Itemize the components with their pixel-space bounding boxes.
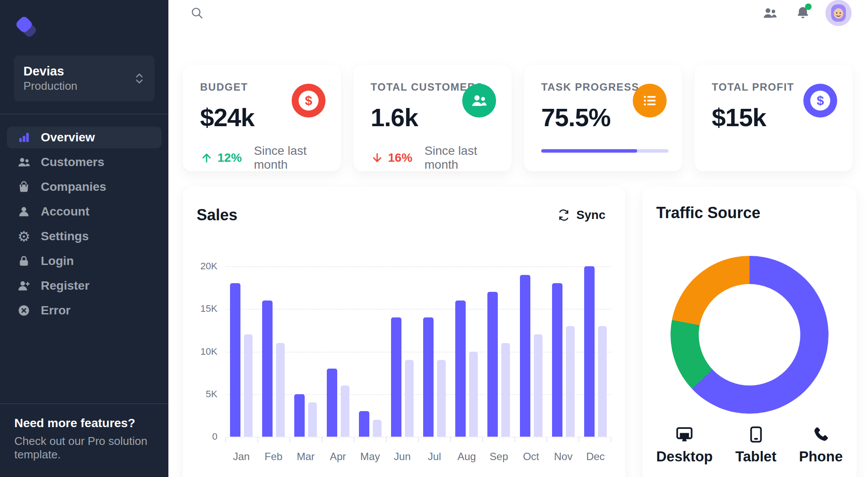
traffic-device-legend: DesktopTabletPhone: [656, 425, 843, 465]
x-axis-tick: [225, 437, 226, 442]
bar-oct-this-year: [520, 275, 530, 437]
notifications-button[interactable]: [792, 3, 813, 23]
x-axis-tick: [546, 437, 547, 442]
bar-jan-this-year: [230, 283, 240, 437]
gear-icon: ⚙: [16, 229, 31, 244]
bar-sep-last-year: [501, 343, 510, 437]
sidebar-item-label: Overview: [41, 131, 95, 144]
main-area: BUDGET$24k$12%Since last monthTOTAL CUST…: [168, 0, 868, 477]
dashboard-app: Devias Production OverviewCustomersCompa…: [0, 0, 868, 477]
sidebar-item-companies[interactable]: Companies: [7, 176, 161, 198]
topbar-actions: [760, 0, 852, 26]
contacts-button[interactable]: [760, 3, 780, 23]
workspace-name: Devias: [23, 63, 77, 79]
x-axis-label: Mar: [289, 451, 322, 463]
sidebar-item-label: Login: [41, 254, 74, 268]
trend-row: 12%Since last month: [200, 144, 327, 172]
stat-card-task-progress: TASK PROGRESS75.5%: [524, 65, 682, 171]
device-phone: Phone: [799, 425, 843, 465]
stats-row: BUDGET$24k$12%Since last monthTOTAL CUST…: [183, 65, 853, 171]
bar-group-mar: [289, 266, 322, 437]
bar-jul-this-year: [423, 317, 434, 437]
sidebar-item-customers[interactable]: Customers: [7, 151, 161, 173]
bar-mar-this-year: [294, 394, 305, 437]
bar-dec-last-year: [598, 326, 607, 437]
device-label: Desktop: [656, 448, 713, 465]
bar-apr-this-year: [327, 369, 337, 437]
search-button[interactable]: [187, 3, 207, 23]
bar-feb-this-year: [262, 301, 273, 437]
bar-oct-last-year: [534, 334, 542, 437]
charts-row: Sales Sync 20K15K10K5K0: [183, 186, 853, 477]
lock-icon: [16, 254, 31, 268]
device-tablet: Tablet: [735, 425, 776, 465]
sidebar-nav: OverviewCustomersCompaniesAccount⚙Settin…: [0, 114, 168, 403]
sidebar: Devias Production OverviewCustomersCompa…: [0, 0, 168, 477]
sync-label: Sync: [576, 208, 605, 222]
sidebar-item-label: Companies: [41, 180, 106, 194]
sales-card-header: Sales Sync: [197, 204, 612, 226]
sidebar-item-overview[interactable]: Overview: [7, 127, 161, 148]
tablet-icon: [746, 425, 766, 444]
bar-dec-this-year: [584, 266, 595, 437]
sales-title: Sales: [197, 206, 237, 224]
bar-feb-last-year: [276, 343, 285, 437]
sidebar-item-label: Settings: [41, 229, 89, 243]
devias-logo-icon[interactable]: [14, 16, 41, 42]
shopping-bag-icon: [16, 180, 31, 194]
x-circle-icon: [16, 303, 31, 318]
x-axis-label: Jun: [386, 451, 418, 463]
x-axis-tick: [482, 437, 483, 442]
traffic-donut-chart: [671, 256, 829, 414]
list-icon: [641, 92, 658, 109]
traffic-source-title: Traffic Source: [656, 204, 760, 222]
sales-bar-chart: 20K15K10K5K0: [197, 266, 612, 437]
y-axis-tick-label: 0: [212, 431, 217, 442]
bar-jul-last-year: [437, 360, 446, 437]
bar-group-nov: [547, 266, 579, 437]
stat-card-total-profit: TOTAL PROFIT$15k$: [694, 65, 853, 171]
x-axis-label: Dec: [579, 451, 612, 463]
user-icon: [16, 204, 31, 219]
sidebar-item-login[interactable]: Login: [7, 250, 161, 272]
x-axis-label: Jan: [225, 451, 257, 463]
chart-bar-icon: [16, 130, 31, 145]
sidebar-item-error[interactable]: Error: [7, 300, 161, 321]
x-axis-tick: [354, 437, 355, 442]
sidebar-top: Devias Production: [0, 0, 168, 101]
y-axis-tick-label: 10K: [201, 346, 217, 357]
sync-button[interactable]: Sync: [551, 204, 612, 226]
bar-group-may: [354, 266, 386, 437]
user-plus-icon: [16, 278, 31, 293]
phone-icon: [811, 425, 830, 444]
workspace-selector[interactable]: Devias Production: [14, 56, 155, 101]
top-bar: [168, 0, 868, 26]
x-axis-tick: [386, 437, 387, 442]
bar-aug-this-year: [455, 301, 466, 437]
x-axis-label: Jul: [418, 451, 450, 463]
sidebar-item-account[interactable]: Account: [7, 201, 161, 222]
sidebar-item-register[interactable]: Register: [7, 275, 161, 297]
notification-badge: [805, 3, 812, 10]
x-axis-tick: [257, 437, 258, 442]
sidebar-footer: Need more features? Check out our Pro so…: [0, 403, 168, 477]
workspace-info: Devias Production: [23, 63, 77, 94]
bar-group-jun: [386, 266, 418, 437]
x-axis-label: Aug: [450, 451, 483, 463]
arrow-down-icon: [371, 151, 384, 164]
donut-hole: [699, 284, 800, 386]
bar-group-oct: [515, 266, 547, 437]
sidebar-footer-subtitle: Check out our Pro solution template.: [14, 435, 154, 461]
stat-avatar: $: [803, 84, 837, 118]
trend-caption: Since last month: [254, 144, 327, 172]
chart-x-ticks: [225, 437, 612, 442]
bar-mar-last-year: [308, 402, 317, 437]
user-avatar[interactable]: [825, 0, 852, 26]
contacts-icon: [762, 5, 778, 21]
bar-group-aug: [450, 266, 483, 437]
trend-value: 16%: [388, 151, 412, 165]
sidebar-item-settings[interactable]: ⚙Settings: [7, 225, 161, 247]
trend-row: 16%Since last month: [371, 144, 498, 172]
stat-avatar: [633, 84, 667, 118]
sidebar-item-label: Register: [41, 279, 89, 293]
